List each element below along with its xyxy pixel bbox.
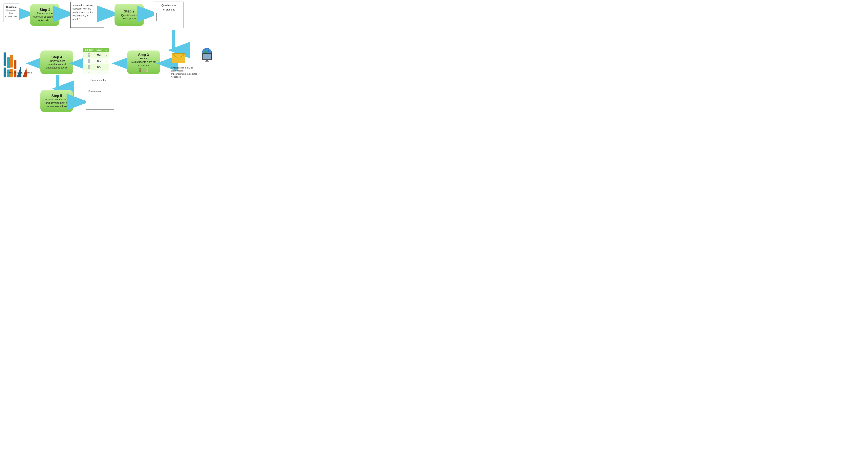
arrow-step5-conclusions	[73, 100, 85, 104]
arrow-invitations-step3	[160, 61, 172, 66]
arrow-results-step4	[30, 61, 41, 66]
arrow-curricula-step1	[20, 11, 30, 17]
checkbox-line-3	[156, 17, 181, 19]
svg-point-11	[146, 70, 148, 72]
svg-point-0	[88, 53, 90, 55]
arrow-step4-down	[55, 74, 60, 90]
step5-box: Step 5 Drawing conclusionsand developmen…	[40, 90, 73, 112]
svg-point-15	[204, 51, 208, 53]
person-icon-3	[84, 64, 95, 70]
extra-3: ...	[104, 64, 109, 70]
svg-point-10	[147, 68, 148, 70]
step4-box: Step 4 Survey resultsquantitative andqua…	[40, 51, 73, 74]
dots-1: ...	[84, 70, 95, 74]
svg-point-4	[88, 65, 90, 67]
arrow-questionnaire-down	[169, 29, 177, 52]
svg-rect-18	[203, 54, 211, 59]
table-header-level: Level	[95, 48, 104, 52]
svg-point-6	[139, 68, 141, 70]
extra-1: ...	[104, 52, 109, 58]
people-icons	[138, 68, 149, 72]
arrow-step1-info	[59, 11, 70, 17]
step3-box: Step 3 Survey563 students from 49countri…	[127, 51, 160, 74]
checkbox-line-2	[156, 15, 181, 17]
survey-results-table: Student Level ... MSc ... BSc ...	[83, 48, 109, 74]
svg-rect-19	[206, 60, 208, 61]
person-icon-2	[84, 58, 95, 64]
table-header-student: Student	[84, 48, 95, 52]
conclusions-doc: Conclusions	[86, 86, 114, 109]
arrow-table-step4	[73, 61, 84, 66]
curricula-label: Curricula 28 coursesfrom4 universities	[4, 5, 19, 18]
step1-box: Step 1 Review of thecurricula of selecte…	[30, 4, 59, 26]
invitations-label: Invitations via e-mail orsocial media,an…	[171, 66, 212, 78]
svg-rect-20	[205, 61, 209, 62]
svg-rect-21	[172, 54, 185, 63]
checkbox-line-1	[156, 13, 181, 15]
svg-point-5	[88, 67, 90, 69]
svg-point-3	[88, 61, 90, 63]
svg-point-7	[139, 70, 141, 72]
svg-point-9	[143, 70, 145, 72]
envelope-icon	[172, 53, 185, 63]
dots-3: ...	[104, 70, 109, 74]
questionnaire-box: Questionnairefor students	[154, 2, 183, 28]
arrow-step3-table	[116, 61, 128, 66]
checkbox-line-4	[156, 19, 181, 21]
extra-2: ...	[104, 58, 109, 64]
svg-point-2	[88, 59, 90, 61]
arrow-info-step2	[104, 11, 115, 17]
step2-box: Step 2 Questionnairedevelopment	[115, 4, 144, 26]
table-row: ... ... ...	[84, 70, 109, 74]
arrow-step2-questionnaire	[144, 11, 155, 17]
dots-2: ...	[95, 70, 104, 74]
table-row: MSc ...	[84, 52, 109, 58]
survey-results-label: Survey results	[83, 79, 113, 81]
svg-point-1	[88, 55, 90, 57]
level-bsc-2: BSc	[95, 64, 104, 70]
table-row: BSc ...	[84, 58, 109, 64]
svg-point-8	[143, 68, 145, 70]
table-row: BSc ...	[84, 64, 109, 70]
level-msc: MSc	[95, 52, 104, 58]
level-bsc-1: BSc	[95, 58, 104, 64]
info-box: Information on tools,software, learningm…	[70, 2, 104, 28]
monitor-icon	[202, 53, 212, 62]
diagram: Curricula 28 coursesfrom4 universities S…	[0, 0, 217, 114]
table-header-extra: ...	[104, 48, 109, 52]
results-label: Results of the analysis	[4, 71, 37, 74]
person-icon-1	[84, 52, 95, 58]
